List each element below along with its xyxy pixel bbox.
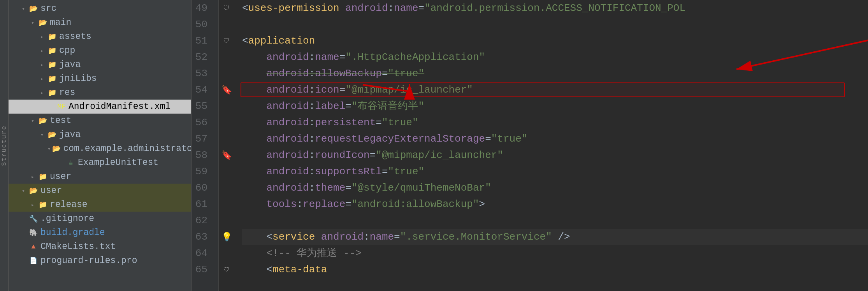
code-eq-61: = (345, 196, 351, 212)
code-attr: android (345, 0, 388, 16)
sidebar-item-assets[interactable]: assets (9, 30, 191, 44)
arrow-release (29, 201, 37, 209)
sidebar-label-src: src (40, 4, 56, 14)
code-attr-63: android (321, 229, 364, 245)
code-colon-59: : (309, 163, 315, 180)
ln-55: 55 (192, 98, 213, 114)
gutter-54[interactable]: 🔖 (219, 82, 234, 98)
sidebar-item-user[interactable]: user (9, 184, 191, 198)
code-attr2-63: name (370, 229, 394, 245)
bookmark-icon-54[interactable]: 🔖 (221, 85, 232, 95)
sidebar-item-cpp[interactable]: cpp (9, 44, 191, 58)
structure-panel-label: Structure (0, 0, 9, 291)
arrow-user-ref (29, 173, 37, 181)
sidebar-label-proguard: proguard-rules.pro (40, 256, 137, 266)
code-indent-57 (242, 131, 266, 147)
gutter-51: 🛡 (219, 33, 234, 49)
code-tag-65: meta-data (272, 261, 327, 278)
sidebar-item-gitignore[interactable]: 🔧 .gitignore (9, 212, 191, 226)
code-val-56: "true" (382, 114, 418, 131)
folder-release-icon (38, 200, 47, 209)
code-space-63 (315, 229, 321, 245)
sidebar-item-cmakelists[interactable]: ▲ CMakeLists.txt (9, 240, 191, 254)
sidebar-item-main[interactable]: main (9, 16, 191, 30)
java-file-icon: ☕ (66, 158, 76, 167)
gutter: 🛡 🛡 🔖 🔖 💡 🛡 (219, 0, 234, 291)
ln-65: 65 (192, 261, 213, 278)
folder-assets-icon (47, 32, 57, 41)
code-val-58: "@mipmap/ic_launcher" (376, 147, 503, 163)
sidebar-item-release[interactable]: release (9, 198, 191, 212)
code-colon-52: : (309, 49, 315, 65)
gutter-65: 🛡 (219, 261, 234, 278)
arrow-main (29, 19, 37, 26)
bookmark-icon-58[interactable]: 🔖 (221, 150, 232, 161)
arrow-assets (38, 33, 46, 40)
sidebar-label-jnilibs: jniLibs (59, 74, 97, 84)
arrow-test (29, 117, 37, 124)
code-eq-54: = (339, 82, 346, 98)
sidebar-label-cmakelists: CMakeLists.txt (40, 242, 116, 252)
gutter-60 (219, 180, 234, 196)
folder-src-icon (29, 4, 38, 13)
ln-61: 61 (192, 196, 213, 212)
sidebar-label-buildgradle: build.gradle (40, 228, 105, 238)
sidebar-item-proguard[interactable]: 📄 proguard-rules.pro (9, 254, 191, 268)
code-indent-59 (242, 163, 266, 180)
bulb-icon-63[interactable]: 💡 (221, 232, 232, 242)
code-line-56: android:persistent="true" (242, 114, 868, 131)
code-line-64: <!-- 华为推送 --> (242, 245, 868, 261)
code-line-60: android:theme="@style/qmuiThemeNoBar" (242, 180, 868, 196)
sidebar-item-user-ref[interactable]: user (9, 170, 191, 184)
sidebar-item-src[interactable]: src (9, 2, 191, 16)
shield-icon-49: 🛡 (223, 5, 230, 12)
sidebar-item-jnilibs[interactable]: jniLibs (9, 72, 191, 86)
arrow-jnilibs (38, 75, 46, 82)
sidebar-item-exampleunit[interactable]: ☕ ExampleUnitTest (9, 156, 191, 170)
code-punct-51: < (242, 33, 248, 49)
sidebar-item-java[interactable]: java (9, 58, 191, 72)
code-attr-56: android (266, 114, 309, 131)
sidebar-label-res: res (59, 88, 75, 98)
code-gt-61: > (479, 196, 485, 212)
code-indent-64 (242, 245, 266, 261)
code-attr2-56: persistent (315, 114, 376, 131)
project-sidebar[interactable]: src main assets cpp java jniLibs res MF (9, 0, 192, 291)
sidebar-item-test[interactable]: test (9, 114, 191, 128)
code-colon-63: : (364, 229, 370, 245)
sidebar-item-res[interactable]: res (9, 86, 191, 100)
code-area[interactable]: <uses-permission android:name="android.p… (234, 0, 868, 291)
code-val-55: "布谷语音约半" (351, 98, 424, 114)
code-colon-54: : (309, 82, 315, 98)
sidebar-item-com[interactable]: com.example.administrator.c (9, 142, 191, 156)
ln-60: 60 (192, 180, 213, 196)
gutter-58[interactable]: 🔖 (219, 147, 234, 163)
code-indent-53 (242, 65, 266, 82)
ln-64: 64 (192, 245, 213, 261)
folder-test-icon (38, 116, 47, 125)
code-colon-55: : (309, 98, 315, 114)
sidebar-item-buildgradle[interactable]: 🐘 build.gradle (9, 226, 191, 240)
folder-java-icon (47, 60, 57, 69)
folder-jnilibs-icon (47, 74, 57, 83)
xml-file-icon: MF (57, 102, 66, 111)
code-indent-52 (242, 49, 266, 65)
code-indent-63 (242, 229, 266, 245)
shield-icon-65: 🛡 (223, 266, 230, 273)
code-attr-59: android (266, 163, 309, 180)
code-colon-56: : (309, 114, 315, 131)
sidebar-item-androidmanifest[interactable]: MF AndroidManifest.xml (9, 100, 191, 114)
arrow-java2 (38, 131, 46, 138)
code-line-62 (242, 212, 868, 229)
gutter-63[interactable]: 💡 (219, 229, 234, 245)
code-editor: 49 50 51 52 53 54 55 56 57 58 59 60 61 6… (192, 0, 868, 291)
code-colon-58: : (309, 147, 315, 163)
code-indent-58 (242, 147, 266, 163)
code-eq-57: = (485, 131, 491, 147)
sidebar-item-java2[interactable]: java (9, 128, 191, 142)
folder-user-icon (29, 186, 38, 195)
ln-63: 63 (192, 229, 213, 245)
code-val-59: "true" (388, 163, 425, 180)
line-numbers: 49 50 51 52 53 54 55 56 57 58 59 60 61 6… (192, 0, 219, 291)
gutter-49: 🛡 (219, 0, 234, 16)
